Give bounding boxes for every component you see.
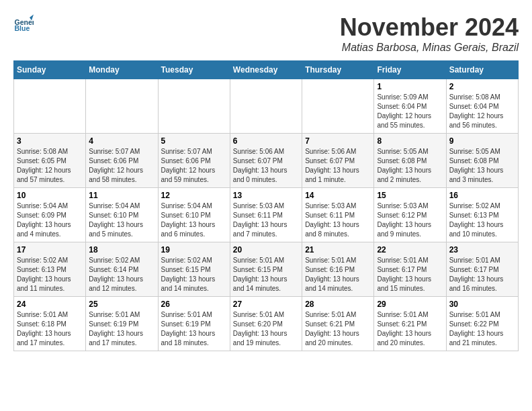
week-row-0: 1Sunrise: 5:09 AMSunset: 6:04 PMDaylight…: [14, 79, 519, 134]
day-info: Sunrise: 5:03 AMSunset: 6:11 PMDaylight:…: [305, 201, 371, 239]
day-number: 4: [89, 136, 154, 146]
week-row-1: 3Sunrise: 5:08 AMSunset: 6:05 PMDaylight…: [14, 134, 519, 188]
day-info: Sunrise: 5:03 AMSunset: 6:11 PMDaylight:…: [233, 201, 299, 239]
col-header-wednesday: Wednesday: [230, 61, 302, 79]
day-info: Sunrise: 5:01 AMSunset: 6:19 PMDaylight:…: [161, 310, 227, 348]
day-number: 24: [17, 300, 83, 309]
week-row-2: 10Sunrise: 5:04 AMSunset: 6:09 PMDayligh…: [14, 188, 519, 242]
logo-icon: General Blue: [13, 13, 34, 34]
col-header-thursday: Thursday: [302, 61, 374, 79]
week-row-4: 24Sunrise: 5:01 AMSunset: 6:18 PMDayligh…: [14, 297, 519, 351]
day-info: Sunrise: 5:05 AMSunset: 6:08 PMDaylight:…: [377, 147, 443, 185]
day-number: 8: [377, 136, 443, 146]
day-info: Sunrise: 5:01 AMSunset: 6:20 PMDaylight:…: [233, 310, 299, 348]
day-cell: [158, 79, 230, 134]
svg-text:Blue: Blue: [15, 24, 30, 32]
day-info: Sunrise: 5:08 AMSunset: 6:04 PMDaylight:…: [449, 93, 515, 130]
day-info: Sunrise: 5:01 AMSunset: 6:17 PMDaylight:…: [377, 256, 443, 293]
day-info: Sunrise: 5:04 AMSunset: 6:10 PMDaylight:…: [161, 201, 227, 239]
day-cell: 23Sunrise: 5:01 AMSunset: 6:17 PMDayligh…: [446, 242, 518, 297]
day-number: 11: [89, 191, 154, 200]
day-cell: 4Sunrise: 5:07 AMSunset: 6:06 PMDaylight…: [86, 134, 158, 188]
day-info: Sunrise: 5:05 AMSunset: 6:08 PMDaylight:…: [449, 147, 515, 185]
day-cell: 21Sunrise: 5:01 AMSunset: 6:16 PMDayligh…: [302, 242, 374, 297]
day-cell: 15Sunrise: 5:03 AMSunset: 6:12 PMDayligh…: [374, 188, 446, 242]
col-header-tuesday: Tuesday: [158, 61, 230, 79]
header-row: SundayMondayTuesdayWednesdayThursdayFrid…: [14, 61, 519, 79]
day-number: 10: [17, 191, 83, 200]
day-cell: [302, 79, 374, 134]
day-number: 17: [17, 245, 83, 255]
day-number: 1: [377, 82, 443, 91]
day-info: Sunrise: 5:04 AMSunset: 6:10 PMDaylight:…: [89, 201, 154, 239]
day-number: 7: [305, 136, 371, 146]
day-cell: [86, 79, 158, 134]
title-section: November 2024 Matias Barbosa, Minas Gera…: [340, 13, 519, 54]
day-cell: 12Sunrise: 5:04 AMSunset: 6:10 PMDayligh…: [158, 188, 230, 242]
day-info: Sunrise: 5:02 AMSunset: 6:15 PMDaylight:…: [161, 256, 227, 293]
day-cell: 13Sunrise: 5:03 AMSunset: 6:11 PMDayligh…: [230, 188, 302, 242]
day-info: Sunrise: 5:01 AMSunset: 6:17 PMDaylight:…: [449, 256, 515, 293]
day-number: 12: [161, 191, 227, 200]
week-row-3: 17Sunrise: 5:02 AMSunset: 6:13 PMDayligh…: [14, 242, 519, 297]
day-info: Sunrise: 5:01 AMSunset: 6:21 PMDaylight:…: [305, 310, 371, 348]
day-info: Sunrise: 5:04 AMSunset: 6:09 PMDaylight:…: [17, 201, 83, 239]
day-cell: 8Sunrise: 5:05 AMSunset: 6:08 PMDaylight…: [374, 134, 446, 188]
day-info: Sunrise: 5:01 AMSunset: 6:21 PMDaylight:…: [377, 310, 443, 348]
day-cell: 22Sunrise: 5:01 AMSunset: 6:17 PMDayligh…: [374, 242, 446, 297]
day-number: 2: [449, 82, 515, 91]
day-info: Sunrise: 5:06 AMSunset: 6:07 PMDaylight:…: [233, 147, 299, 185]
day-info: Sunrise: 5:01 AMSunset: 6:15 PMDaylight:…: [233, 256, 299, 293]
month-title: November 2024: [340, 13, 519, 42]
day-number: 18: [89, 245, 154, 255]
day-cell: 28Sunrise: 5:01 AMSunset: 6:21 PMDayligh…: [302, 297, 374, 351]
day-cell: 17Sunrise: 5:02 AMSunset: 6:13 PMDayligh…: [14, 242, 86, 297]
day-number: 23: [449, 245, 515, 255]
col-header-monday: Monday: [86, 61, 158, 79]
day-cell: 9Sunrise: 5:05 AMSunset: 6:08 PMDaylight…: [446, 134, 518, 188]
day-number: 13: [233, 191, 299, 200]
day-info: Sunrise: 5:02 AMSunset: 6:13 PMDaylight:…: [449, 201, 515, 239]
day-cell: 19Sunrise: 5:02 AMSunset: 6:15 PMDayligh…: [158, 242, 230, 297]
day-cell: 11Sunrise: 5:04 AMSunset: 6:10 PMDayligh…: [86, 188, 158, 242]
day-cell: 20Sunrise: 5:01 AMSunset: 6:15 PMDayligh…: [230, 242, 302, 297]
day-cell: 27Sunrise: 5:01 AMSunset: 6:20 PMDayligh…: [230, 297, 302, 351]
logo: General Blue: [13, 13, 34, 34]
day-cell: [14, 79, 86, 134]
col-header-saturday: Saturday: [446, 61, 518, 79]
day-cell: 24Sunrise: 5:01 AMSunset: 6:18 PMDayligh…: [14, 297, 86, 351]
day-number: 25: [89, 300, 154, 309]
day-number: 9: [449, 136, 515, 146]
day-info: Sunrise: 5:02 AMSunset: 6:14 PMDaylight:…: [89, 256, 154, 293]
day-cell: 25Sunrise: 5:01 AMSunset: 6:19 PMDayligh…: [86, 297, 158, 351]
day-number: 6: [233, 136, 299, 146]
day-cell: 6Sunrise: 5:06 AMSunset: 6:07 PMDaylight…: [230, 134, 302, 188]
day-cell: 18Sunrise: 5:02 AMSunset: 6:14 PMDayligh…: [86, 242, 158, 297]
day-number: 27: [233, 300, 299, 309]
day-info: Sunrise: 5:06 AMSunset: 6:07 PMDaylight:…: [305, 147, 371, 185]
day-info: Sunrise: 5:07 AMSunset: 6:06 PMDaylight:…: [89, 147, 154, 185]
day-number: 16: [449, 191, 515, 200]
day-number: 22: [377, 245, 443, 255]
day-cell: 10Sunrise: 5:04 AMSunset: 6:09 PMDayligh…: [14, 188, 86, 242]
day-number: 30: [449, 300, 515, 309]
day-cell: 5Sunrise: 5:07 AMSunset: 6:06 PMDaylight…: [158, 134, 230, 188]
page-header: General Blue November 2024 Matias Barbos…: [13, 13, 519, 54]
day-info: Sunrise: 5:01 AMSunset: 6:22 PMDaylight:…: [449, 310, 515, 348]
day-number: 20: [233, 245, 299, 255]
day-cell: 3Sunrise: 5:08 AMSunset: 6:05 PMDaylight…: [14, 134, 86, 188]
day-cell: 2Sunrise: 5:08 AMSunset: 6:04 PMDaylight…: [446, 79, 518, 134]
day-info: Sunrise: 5:02 AMSunset: 6:13 PMDaylight:…: [17, 256, 83, 293]
day-number: 26: [161, 300, 227, 309]
day-cell: 26Sunrise: 5:01 AMSunset: 6:19 PMDayligh…: [158, 297, 230, 351]
day-cell: [230, 79, 302, 134]
day-cell: 16Sunrise: 5:02 AMSunset: 6:13 PMDayligh…: [446, 188, 518, 242]
day-cell: 14Sunrise: 5:03 AMSunset: 6:11 PMDayligh…: [302, 188, 374, 242]
day-number: 14: [305, 191, 371, 200]
calendar-table: SundayMondayTuesdayWednesdayThursdayFrid…: [13, 60, 519, 351]
day-info: Sunrise: 5:07 AMSunset: 6:06 PMDaylight:…: [161, 147, 227, 185]
day-number: 28: [305, 300, 371, 309]
day-info: Sunrise: 5:03 AMSunset: 6:12 PMDaylight:…: [377, 201, 443, 239]
day-info: Sunrise: 5:01 AMSunset: 6:16 PMDaylight:…: [305, 256, 371, 293]
day-cell: 1Sunrise: 5:09 AMSunset: 6:04 PMDaylight…: [374, 79, 446, 134]
